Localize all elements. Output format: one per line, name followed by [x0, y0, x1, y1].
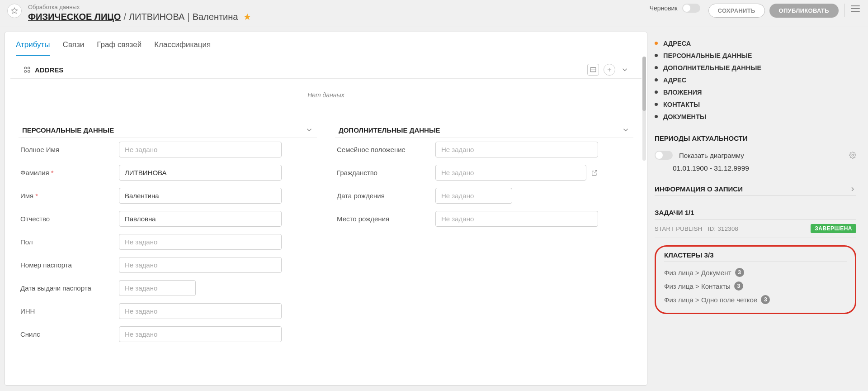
scrollbar-thumb[interactable] — [642, 57, 646, 111]
draft-toggle[interactable] — [682, 4, 700, 13]
tab-graph[interactable]: Граф связей — [97, 40, 142, 56]
label-patronymic: Отчество — [20, 215, 111, 223]
context-label: Обработка данных — [28, 4, 251, 10]
svg-point-0 — [24, 67, 27, 69]
publish-button[interactable]: ОПУБЛИКОВАТЬ — [769, 4, 839, 18]
label-birthplace: Место рождения — [337, 215, 427, 223]
scrollbar-track[interactable] — [642, 57, 646, 161]
input-marital[interactable] — [435, 142, 598, 157]
star-icon: ★ — [243, 11, 251, 22]
chevron-down-icon[interactable] — [305, 126, 313, 134]
show-diagram-label: Показать диаграмму — [679, 152, 744, 159]
show-diagram-toggle[interactable] — [655, 151, 673, 160]
breadcrumb-sep: / — [123, 12, 126, 22]
cluster-item[interactable]: Физ лица > Документ3 — [664, 266, 847, 279]
tab-attributes[interactable]: Атрибуты — [16, 40, 50, 56]
label-dob: Дата рождения — [337, 192, 427, 200]
no-data-label: Нет данных — [5, 79, 647, 114]
svg-point-3 — [28, 71, 30, 73]
svg-point-1 — [28, 67, 30, 69]
draft-label: Черновик — [650, 5, 678, 12]
label-marital: Семейное положение — [337, 146, 427, 153]
input-passport[interactable] — [119, 257, 282, 273]
nav-item-attachments[interactable]: ВЛОЖЕНИЯ — [655, 86, 856, 98]
tab-classification[interactable]: Классификация — [154, 40, 211, 56]
input-birthplace[interactable] — [435, 211, 598, 227]
record-firstname: Валентина — [193, 12, 238, 22]
nav-item-additional[interactable]: ДОПОЛНИТЕЛЬНЫЕ ДАННЫЕ — [655, 62, 856, 74]
nav-item-adres[interactable]: АДРЕС — [655, 74, 856, 86]
hamburger-menu-icon[interactable] — [850, 4, 861, 14]
nav-item-adresa[interactable]: АДРЕСА — [655, 37, 856, 49]
record-surname: ЛИТВИНОВА — [129, 12, 184, 22]
task-status-badge: ЗАВЕРШЕНА — [811, 224, 856, 233]
nav-item-contacts[interactable]: КОНТАКТЫ — [655, 98, 856, 110]
label-fullname: Полное Имя — [20, 146, 111, 153]
input-citizenship[interactable] — [435, 165, 586, 181]
chevron-down-icon[interactable] — [621, 66, 629, 74]
label-gender: Пол — [20, 238, 111, 246]
label-passport-date: Дата выдачи паспорта — [20, 284, 111, 292]
count-badge: 3 — [761, 295, 770, 304]
section-title-addres: ADDRES — [35, 66, 63, 74]
label-citizenship: Гражданство — [337, 169, 427, 176]
label-passport: Номер паспорта — [20, 261, 111, 269]
chevron-right-icon — [849, 186, 856, 193]
gear-icon[interactable] — [849, 152, 856, 159]
input-patronymic[interactable] — [119, 211, 282, 227]
label-surname: Фамилия* — [20, 169, 111, 176]
count-badge: 3 — [734, 281, 743, 291]
cluster-item[interactable]: Физ лица > Одно поле четкое3 — [664, 293, 847, 306]
input-snils[interactable] — [119, 326, 282, 342]
task-id: ID: 312308 — [708, 225, 739, 232]
period-range[interactable]: 01.01.1900 - 31.12.9999 — [655, 162, 856, 180]
heading-clusters: КЛАСТЕРЫ 3/3 — [664, 251, 847, 262]
input-surname[interactable] — [119, 165, 282, 181]
group-icon — [23, 66, 31, 74]
tab-links[interactable]: Связи — [63, 40, 85, 56]
task-action[interactable]: START PUBLISH — [655, 225, 703, 232]
heading-record-info[interactable]: ИНФОРМАЦИЯ О ЗАПИСИ — [655, 180, 856, 196]
svg-point-2 — [24, 71, 27, 73]
svg-rect-4 — [590, 67, 596, 72]
label-firstname: Имя* — [20, 192, 111, 200]
save-button[interactable]: СОХРАНИТЬ — [708, 4, 765, 18]
count-badge: 3 — [735, 268, 744, 277]
input-gender[interactable] — [119, 234, 282, 250]
input-dob[interactable] — [435, 188, 512, 204]
label-inn: ИНН — [20, 307, 111, 315]
input-passport-date[interactable] — [119, 280, 196, 296]
section-title-personal: ПЕРСОНАЛЬНЫЕ ДАННЫЕ — [22, 126, 114, 134]
chevron-down-icon[interactable] — [622, 126, 630, 134]
input-fullname[interactable] — [119, 142, 282, 157]
divider — [844, 4, 844, 17]
nav-item-documents[interactable]: ДОКУМЕНТЫ — [655, 110, 856, 123]
entity-type-link[interactable]: ФИЗИЧЕСКОЕ ЛИЦО — [28, 12, 121, 22]
input-inn[interactable] — [119, 303, 282, 319]
section-title-additional: ДОПОЛНИТЕЛЬНЫЕ ДАННЫЕ — [339, 126, 440, 134]
svg-point-8 — [852, 154, 854, 156]
label-snils: Снилс — [20, 330, 111, 338]
heading-tasks: ЗАДАЧИ 1/1 — [655, 203, 856, 219]
clusters-highlight-block: КЛАСТЕРЫ 3/3 Физ лица > Документ3 Физ ли… — [655, 245, 856, 314]
breadcrumb-sep: | — [187, 12, 189, 22]
view-card-icon[interactable] — [587, 64, 599, 76]
input-firstname[interactable] — [119, 188, 282, 204]
nav-item-personal[interactable]: ПЕРСОНАЛЬНЫЕ ДАННЫЕ — [655, 49, 856, 62]
external-link-icon[interactable] — [591, 169, 598, 176]
cluster-item[interactable]: Физ лица > Контакты3 — [664, 279, 847, 293]
favorite-toggle-outline[interactable] — [7, 4, 22, 18]
add-button[interactable] — [604, 64, 615, 76]
heading-periods: ПЕРИОДЫ АКТУАЛЬНОСТИ — [655, 129, 856, 145]
